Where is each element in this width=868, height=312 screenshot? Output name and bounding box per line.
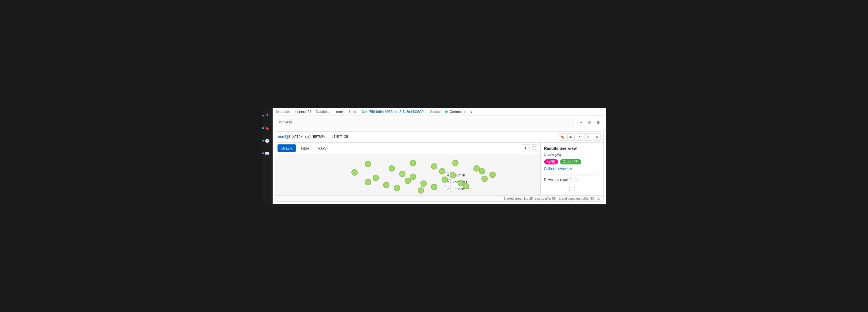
graph-node[interactable] xyxy=(365,179,371,185)
tab-raw[interactable]: RAW xyxy=(314,144,331,152)
query-input[interactable] xyxy=(276,118,574,127)
graph-node[interactable] xyxy=(482,176,488,182)
user-label: User: xyxy=(349,110,358,114)
results-overview-title: Results overview xyxy=(544,146,600,151)
result-frame: neo4j$ MATCH (n) RETURN n LIMIT 25 🔖 ▶ ∧… xyxy=(275,131,604,202)
graph-node[interactable] xyxy=(410,174,416,180)
graph-node[interactable] xyxy=(383,182,390,188)
status-value: Connected xyxy=(450,110,466,114)
graph-canvas[interactable]: ⊕ Zoom in ⊖ Zoom out ⤢ Fit to screen xyxy=(275,154,540,195)
graph-node[interactable] xyxy=(431,163,437,170)
drag-handle[interactable]: ⋮⋮ xyxy=(544,186,600,192)
graph-node[interactable] xyxy=(399,171,405,177)
graph-node[interactable] xyxy=(418,187,424,194)
status-indicator: Connected xyxy=(445,110,466,114)
graph-node[interactable] xyxy=(431,184,437,190)
history-icon: 🕐 xyxy=(265,139,270,143)
zoom-in-control[interactable]: ⊕ Zoom in xyxy=(445,172,471,178)
graph-node[interactable] xyxy=(405,178,411,184)
target-button[interactable]: ⊙ xyxy=(585,118,593,127)
graph-node[interactable] xyxy=(489,172,496,178)
database-icon: 🗄 xyxy=(266,113,269,118)
bookmark-button[interactable]: 🔖 xyxy=(559,133,566,141)
status-dot xyxy=(445,111,447,113)
play-button[interactable]: ▶ xyxy=(567,133,575,141)
instance-value: Instance01 xyxy=(294,110,311,114)
header-bar: Instance: Instance01 Database: neo4j Use… xyxy=(273,108,606,116)
node-badges: * (25) Order (25) xyxy=(544,159,600,165)
result-header: neo4j$ MATCH (n) RETURN n LIMIT 25 🔖 ▶ ∧… xyxy=(275,132,603,143)
query-display: neo4j$ MATCH (n) RETURN n LIMIT 25 xyxy=(278,135,556,139)
graph-area-wrapper: Graph Table RAW ⬇ ⛶ xyxy=(275,143,603,195)
status-text: Started streaming 25 records after 56 ms… xyxy=(503,197,600,200)
graph-node[interactable] xyxy=(365,161,371,167)
graph-node[interactable] xyxy=(373,175,379,181)
instance-label: Instance: xyxy=(276,110,290,114)
query-bar: ⋯ ⊙ ⚙ xyxy=(273,116,606,129)
more-options-button[interactable]: ⋯ xyxy=(576,118,584,127)
graph-node[interactable] xyxy=(442,176,448,183)
graph-node[interactable] xyxy=(463,183,469,189)
fullscreen-graph-button[interactable]: ⛶ xyxy=(531,144,538,152)
status-label: Status: xyxy=(430,110,441,114)
graph-node[interactable] xyxy=(452,160,459,166)
docs-icon: 📖 xyxy=(265,151,270,155)
graph-node[interactable] xyxy=(389,165,395,172)
database-value: neo4j xyxy=(336,110,344,114)
graph-node[interactable] xyxy=(439,168,445,174)
download-graph-button[interactable]: ⬇ xyxy=(522,144,529,152)
collapse-button[interactable]: ∧ xyxy=(576,133,583,141)
tab-graph[interactable]: Graph xyxy=(278,144,296,152)
download-result-label: Download result frame xyxy=(544,178,600,182)
query-bar-actions: ⋯ ⊙ ⚙ xyxy=(576,118,602,127)
sidebar-item-history[interactable]: 🕐 xyxy=(263,137,271,145)
close-button[interactable]: ✕ xyxy=(593,133,600,141)
result-header-actions: 🔖 ▶ ∧ ⤢ ✕ xyxy=(559,133,600,141)
right-panel: Results overview Nodes (25) * (25) Order… xyxy=(540,143,603,195)
expand-button[interactable]: ⤢ xyxy=(585,133,592,141)
sidebar-item-bookmark[interactable]: 🔖 xyxy=(263,124,271,132)
user-value: 3e4c75ff-b6ba-4983-b443-7a5d4430830b xyxy=(362,110,426,114)
graph-node[interactable] xyxy=(479,168,485,174)
sidebar-item-docs[interactable]: 📖 xyxy=(263,149,271,157)
badge-order[interactable]: Order (25) xyxy=(560,159,581,165)
collapse-overview-link[interactable]: Collapse overview xyxy=(544,167,600,171)
view-tabs: Graph Table RAW ⬇ ⛶ xyxy=(275,143,540,154)
sidebar-item-database[interactable]: 🗄 xyxy=(263,111,271,119)
graph-node[interactable] xyxy=(421,180,427,187)
badge-all[interactable]: * (25) xyxy=(544,159,558,165)
sidebar: 🗄 🔖 🕐 📖 xyxy=(262,108,273,204)
graph-node[interactable] xyxy=(394,185,400,191)
query-text: MATCH (n) RETURN n LIMIT 25 xyxy=(292,135,348,139)
graph-node[interactable] xyxy=(351,169,358,176)
bookmark-icon: 🔖 xyxy=(265,126,270,130)
fit-screen-icon[interactable]: ⤢ xyxy=(445,186,451,192)
graph-node[interactable] xyxy=(410,160,416,166)
graph-node[interactable] xyxy=(450,172,456,178)
panel-divider xyxy=(544,174,600,174)
query-prompt: neo4j$ xyxy=(278,135,290,139)
nodes-label: Nodes (25) xyxy=(544,153,600,157)
database-label: Database: xyxy=(316,110,332,114)
tab-table[interactable]: Table xyxy=(297,144,313,152)
main-content: Instance: Instance01 Database: neo4j Use… xyxy=(273,108,606,204)
status-bar: Started streaming 25 records after 56 ms… xyxy=(275,195,603,201)
chevron-down-icon[interactable]: ▾ xyxy=(471,110,472,113)
settings-button[interactable]: ⚙ xyxy=(594,118,602,127)
